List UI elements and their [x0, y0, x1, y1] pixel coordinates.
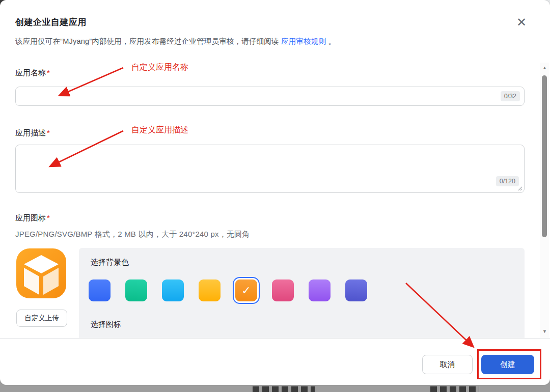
background-page-text-fragment — [253, 386, 315, 392]
name-char-counter: 0/32 — [501, 91, 520, 101]
color-swatch-blue[interactable] — [89, 279, 111, 301]
dialog-title: 创建企业自建应用 — [15, 16, 87, 28]
subtitle-text-after: 。 — [326, 37, 336, 45]
app-icon-preview — [16, 248, 66, 298]
cancel-button[interactable]: 取消 — [422, 355, 473, 374]
scroll-down-icon[interactable]: ▼ — [540, 329, 549, 334]
scrollbar-thumb[interactable] — [542, 75, 547, 237]
resize-handle-icon[interactable] — [517, 186, 522, 191]
color-swatch-indigo[interactable] — [345, 279, 367, 301]
required-asterisk: * — [47, 128, 50, 137]
app-desc-label: 应用描述* — [15, 128, 50, 138]
app-icon-label-text: 应用图标 — [15, 213, 46, 222]
check-icon: ✓ — [235, 279, 257, 301]
app-desc-label-text: 应用描述 — [15, 128, 46, 137]
app-name-label-text: 应用名称 — [15, 68, 46, 77]
required-asterisk: * — [47, 213, 50, 222]
custom-upload-button[interactable]: 自定义上传 — [16, 310, 67, 327]
footer-divider — [0, 338, 550, 339]
app-icon-label: 应用图标* — [15, 213, 50, 223]
scroll-up-icon[interactable]: ▲ — [540, 65, 549, 70]
app-name-input[interactable] — [16, 87, 524, 105]
review-rules-link[interactable]: 应用审核规则 — [281, 37, 326, 45]
icon-options-panel: 选择背景色 ✓ 选择图标 — [79, 248, 525, 338]
color-swatch-orange[interactable]: ✓ — [235, 279, 257, 301]
icon-format-hint: JPEG/PNG/SVG/BMP 格式，2 MB 以内，大于 240*240 p… — [15, 230, 250, 239]
color-swatch-green[interactable] — [125, 279, 147, 301]
color-swatch-cyan[interactable] — [162, 279, 184, 301]
create-button[interactable]: 创建 — [481, 355, 534, 374]
color-swatch-purple[interactable] — [309, 279, 331, 301]
background-page-text-fragment — [430, 386, 479, 392]
color-swatch-amber[interactable] — [199, 279, 221, 301]
app-name-label: 应用名称* — [15, 68, 50, 78]
close-icon[interactable]: ✕ — [512, 13, 531, 32]
desc-char-counter: 0/120 — [496, 176, 519, 186]
app-name-input-box: 0/32 — [15, 87, 525, 106]
create-app-dialog: 创建企业自建应用 ✕ 该应用仅可在“MJyang”内部使用，应用发布需经过企业管… — [0, 0, 550, 385]
scrollbar-track[interactable]: ▲ ▼ — [540, 63, 549, 338]
color-swatch-pink[interactable] — [272, 279, 294, 301]
required-asterisk: * — [47, 68, 50, 77]
subtitle-text-before: 该应用仅可在“MJyang”内部使用，应用发布需经过企业管理员审核，请仔细阅读 — [15, 37, 281, 45]
swatch-row: ✓ — [89, 279, 367, 301]
cube-icon — [17, 249, 66, 298]
bg-color-label: 选择背景色 — [91, 258, 129, 267]
icon-picker-label: 选择图标 — [91, 320, 121, 329]
background-page-strip — [0, 385, 550, 392]
app-desc-textarea[interactable]: 0/120 — [15, 145, 525, 193]
dialog-subtitle: 该应用仅可在“MJyang”内部使用，应用发布需经过企业管理员审核，请仔细阅读 … — [15, 37, 336, 46]
